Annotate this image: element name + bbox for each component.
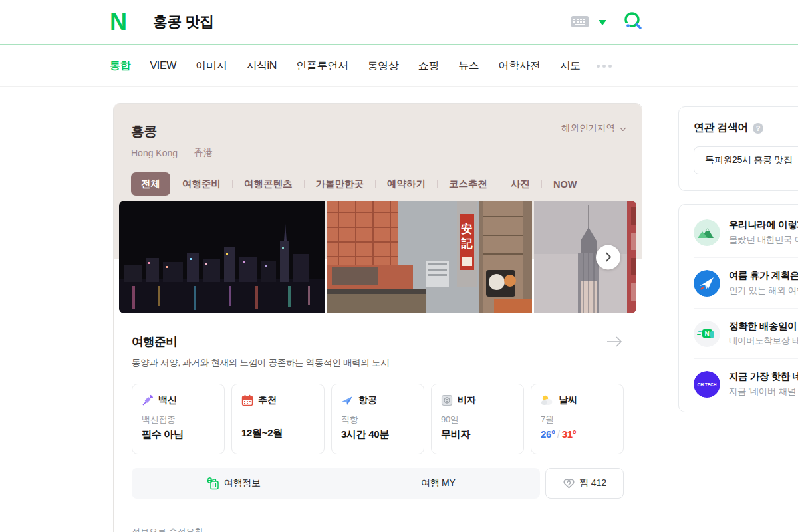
related-search-chip[interactable]: 톡파원25시 홍콩 맛집 xyxy=(694,146,798,174)
feed-item-delivery[interactable]: N 정확한 배송일이 네이버도착보장 태 xyxy=(694,309,798,359)
travel-info-cards: 백신 백신접종 필수 아님 추천 xyxy=(132,384,624,454)
svg-text:CH.TECH: CH.TECH xyxy=(698,382,717,387)
nav-tab-shopping[interactable]: 쇼핑 xyxy=(418,59,439,73)
nav-tab-video[interactable]: 동영상 xyxy=(368,59,399,73)
tab-all[interactable]: 전체 xyxy=(131,172,170,196)
travel-my-button[interactable]: 여행 MY xyxy=(336,468,541,499)
tab-travel-content[interactable]: 여행콘텐츠 xyxy=(244,178,293,190)
chevron-down-icon xyxy=(620,124,626,131)
naver-search-page: N 홍콩 맛집 xyxy=(0,0,798,532)
heart-icon xyxy=(563,477,575,489)
region-selector[interactable]: 해외인기지역 xyxy=(561,122,624,134)
tab-travel-prep[interactable]: 여행준비 xyxy=(182,178,221,190)
related-searches-box: 연관 검색어 ? 톡파원25시 홍콩 맛집 xyxy=(678,106,798,191)
tab-course[interactable]: 코스추천 xyxy=(449,178,487,190)
logo-divider xyxy=(138,13,138,31)
flight-card[interactable]: 항공 직항 3시간 40분 xyxy=(331,384,424,454)
feed-item-korea[interactable]: 우리나라에 이렇게 몰랐던 대한민국 여 xyxy=(694,207,798,258)
help-icon[interactable]: ? xyxy=(753,123,763,134)
svg-text:N: N xyxy=(704,330,709,337)
report-error-link[interactable]: 정보오류 수정요청 xyxy=(132,527,203,532)
nav-tab-map[interactable]: 지도 xyxy=(559,59,580,73)
recommended-feed-box: 우리나라에 이렇게 몰랐던 대한민국 여 여름 휴가 계획은 인기 있는 해외 … xyxy=(678,204,798,412)
nav-tab-influencer[interactable]: 인플루언서 xyxy=(296,59,348,73)
recommend-card[interactable]: 추천 12월~2월 xyxy=(231,384,325,454)
tab-booking[interactable]: 예약하기 xyxy=(387,178,426,190)
svg-text:安: 安 xyxy=(462,223,473,235)
tab-places[interactable]: 가볼만한곳 xyxy=(316,178,364,190)
card-footer: 정보오류 수정요청 xyxy=(132,515,624,532)
right-sidebar: 연관 검색어 ? 톡파원25시 홍콩 맛집 우리나라에 이렇게 몰랐던 대한민 xyxy=(678,106,798,412)
keyboard-icon[interactable] xyxy=(571,14,589,31)
travel-actions: 여행정보 여행 MY 찜 412 xyxy=(132,468,624,499)
tab-now[interactable]: NOW xyxy=(553,179,577,190)
section-title: 여행준비 xyxy=(132,334,177,350)
travel-info-card: 홍콩 해외인기지역 Hong Kong 香港 전체 여행준비 여행콘텐츠 가볼만… xyxy=(113,103,642,532)
syringe-icon xyxy=(142,394,154,406)
photo-hongkong-street-signs[interactable]: 安 記 xyxy=(327,201,532,313)
search-nav: 통합 VIEW 이미지 지식iN 인플루언서 동영상 쇼핑 뉴스 어학사전 지도 xyxy=(0,45,798,87)
nav-tab-image[interactable]: 이미지 xyxy=(196,59,227,73)
naver-delivery-icon: N xyxy=(694,321,720,347)
naver-logo[interactable]: N xyxy=(110,10,126,34)
temperature-range: 26°/31° xyxy=(541,428,614,440)
nav-tab-news[interactable]: 뉴스 xyxy=(458,59,479,73)
more-tabs-icon[interactable] xyxy=(593,61,616,72)
search-icon xyxy=(622,24,644,34)
mountains-icon xyxy=(694,219,720,246)
nav-tab-view[interactable]: VIEW xyxy=(150,60,176,72)
wish-button[interactable]: 찜 412 xyxy=(545,468,624,499)
travel-info-button[interactable]: 여행정보 xyxy=(132,468,336,499)
vaccine-card[interactable]: 백신 백신접종 필수 아님 xyxy=(132,384,225,454)
luggage-globe-icon xyxy=(207,477,219,490)
passport-icon xyxy=(441,394,453,406)
destination-title: 홍콩 xyxy=(131,122,157,140)
nav-tab-integrated[interactable]: 통합 xyxy=(110,59,130,73)
weather-icon xyxy=(541,394,554,406)
destination-subtitle: Hong Kong 香港 xyxy=(131,147,624,159)
arrow-right-icon[interactable] xyxy=(605,336,624,348)
visa-card[interactable]: 비자 90일 무비자 xyxy=(431,384,524,454)
chevron-right-icon xyxy=(604,252,612,263)
travel-card-tabs: 전체 여행준비 여행콘텐츠 가볼만한곳 예약하기 코스추천 사진 NOW xyxy=(131,172,624,196)
chevron-down-icon[interactable] xyxy=(598,20,606,25)
feed-item-ch-tech[interactable]: CH.TECH 지금 가장 핫한 네 지금 '네이버 채널 xyxy=(694,359,798,409)
photo-hongkong-night-skyline[interactable] xyxy=(119,201,325,313)
search-button[interactable] xyxy=(622,11,644,34)
svg-text:記: 記 xyxy=(461,237,473,250)
airplane-circle-icon xyxy=(694,270,720,297)
carousel-next-button[interactable] xyxy=(596,245,620,269)
weather-card[interactable]: 날씨 7월 26°/31° xyxy=(531,384,624,454)
photo-hongkong-tower[interactable] xyxy=(534,201,636,313)
search-query-text[interactable]: 홍콩 맛집 xyxy=(153,12,214,32)
section-travel-prep[interactable]: 여행준비 xyxy=(132,334,624,350)
search-header: N 홍콩 맛집 xyxy=(0,0,798,45)
airplane-icon xyxy=(341,394,354,406)
tab-photos[interactable]: 사진 xyxy=(511,178,530,190)
related-searches-title: 연관 검색어 xyxy=(694,121,748,135)
section-description: 동양과 서양, 과거와 현재의 느낌이 공존하는 역동적인 매력의 도시 xyxy=(132,357,624,369)
ch-tech-icon: CH.TECH xyxy=(694,371,720,398)
photo-carousel: 安 記 xyxy=(119,201,636,313)
feed-item-vacation[interactable]: 여름 휴가 계획은 인기 있는 해외 여행 xyxy=(694,258,798,309)
nav-tab-dictionary[interactable]: 어학사전 xyxy=(499,59,541,73)
nav-tab-kin[interactable]: 지식iN xyxy=(246,59,277,73)
calendar-icon xyxy=(241,394,253,406)
